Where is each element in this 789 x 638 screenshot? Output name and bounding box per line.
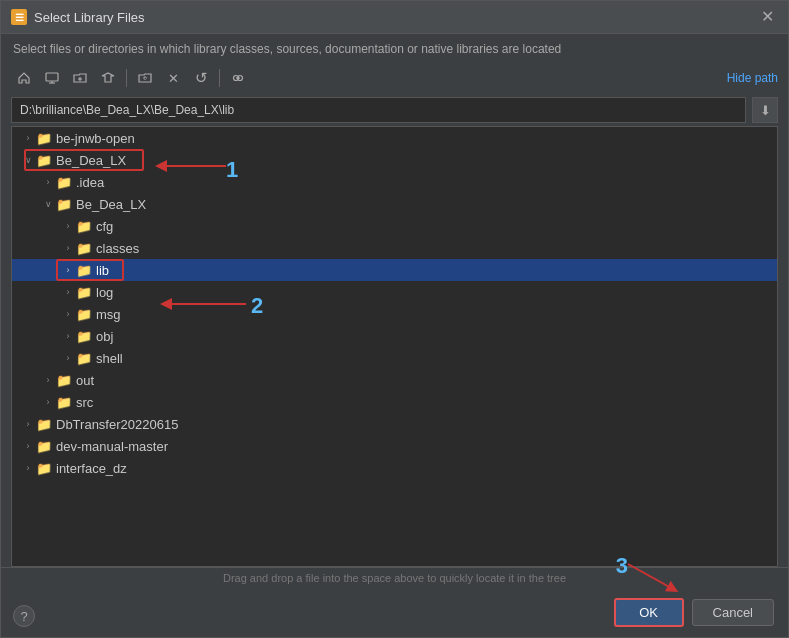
toolbar-divider — [126, 69, 127, 87]
title-bar: ☰ Select Library Files ✕ — [1, 1, 788, 34]
link-button[interactable] — [225, 66, 251, 90]
tree-toggle-idea[interactable]: › — [40, 177, 56, 187]
new-folder-button[interactable] — [67, 66, 93, 90]
tree-toggle-be-jnwb-open[interactable]: › — [20, 133, 36, 143]
hide-path-button[interactable]: Hide path — [727, 71, 778, 85]
tree-item-dbtransfer[interactable]: › 📁 DbTransfer20220615 — [12, 413, 777, 435]
folder-icon-interface-dz: 📁 — [36, 461, 52, 476]
tree-label-log: log — [96, 285, 113, 300]
dialog-description: Select files or directories in which lib… — [1, 34, 788, 62]
tree-toggle-be-dea-lx-inner[interactable]: ∨ — [40, 199, 56, 209]
tree-label-dev-manual: dev-manual-master — [56, 439, 168, 454]
tree-label-obj: obj — [96, 329, 113, 344]
close-button[interactable]: ✕ — [757, 7, 778, 27]
tree-label-interface-dz: interface_dz — [56, 461, 127, 476]
folder2-button[interactable] — [132, 66, 158, 90]
folder-icon-be-dea-lx-inner: 📁 — [56, 197, 72, 212]
folder-icon-log: 📁 — [76, 285, 92, 300]
folder-icon-idea: 📁 — [56, 175, 72, 190]
ok-button[interactable]: OK — [614, 598, 684, 627]
tree-item-src[interactable]: › 📁 src — [12, 391, 777, 413]
tree-toggle-src[interactable]: › — [40, 397, 56, 407]
desktop-button[interactable] — [39, 66, 65, 90]
help-button[interactable]: ? — [13, 605, 35, 627]
tree-toggle-obj[interactable]: › — [60, 331, 76, 341]
tree-label-shell: shell — [96, 351, 123, 366]
tree-item-obj[interactable]: › 📁 obj — [12, 325, 777, 347]
folder-icon-out: 📁 — [56, 373, 72, 388]
tree-label-msg: msg — [96, 307, 121, 322]
tree-toggle-interface-dz[interactable]: › — [20, 463, 36, 473]
folder-icon-dev-manual: 📁 — [36, 439, 52, 454]
tree-item-lib[interactable]: › 📁 lib — [12, 259, 777, 281]
tree-label-out: out — [76, 373, 94, 388]
cancel-button[interactable]: Cancel — [692, 599, 774, 626]
folder-icon-shell: 📁 — [76, 351, 92, 366]
tree-label-dbtransfer: DbTransfer20220615 — [56, 417, 178, 432]
title-bar-left: ☰ Select Library Files — [11, 9, 145, 25]
tree-label-lib: lib — [96, 263, 109, 278]
path-bar: ⬇ — [1, 94, 788, 126]
tree-item-msg[interactable]: › 📁 msg — [12, 303, 777, 325]
tree-item-idea[interactable]: › 📁 .idea — [12, 171, 777, 193]
folder-icon: 📁 — [36, 131, 52, 146]
tree-label-src: src — [76, 395, 93, 410]
tree-toggle-shell[interactable]: › — [60, 353, 76, 363]
tree-label-classes: classes — [96, 241, 139, 256]
folder-icon-msg: 📁 — [76, 307, 92, 322]
tree-item-be-dea-lx-inner[interactable]: ∨ 📁 Be_Dea_LX — [12, 193, 777, 215]
tree-toggle-out[interactable]: › — [40, 375, 56, 385]
tree-item-shell[interactable]: › 📁 shell — [12, 347, 777, 369]
tree-item-classes[interactable]: › 📁 classes — [12, 237, 777, 259]
tree-item-out[interactable]: › 📁 out — [12, 369, 777, 391]
delete-button[interactable]: ✕ — [160, 66, 186, 90]
tree-item-be-dea-lx[interactable]: ∨ 📁 Be_Dea_LX — [12, 149, 777, 171]
folder-icon-cfg: 📁 — [76, 219, 92, 234]
move-up-button[interactable] — [95, 66, 121, 90]
file-tree[interactable]: › 📁 be-jnwb-open ∨ 📁 Be_Dea_LX › 📁 .idea… — [11, 126, 778, 567]
tree-item-interface-dz[interactable]: › 📁 interface_dz — [12, 457, 777, 479]
tree-item-cfg[interactable]: › 📁 cfg — [12, 215, 777, 237]
tree-item-be-jnwb-open[interactable]: › 📁 be-jnwb-open — [12, 127, 777, 149]
toolbar-divider2 — [219, 69, 220, 87]
toolbar-buttons: ✕ ↺ — [11, 66, 251, 90]
folder-icon-lib: 📁 — [76, 263, 92, 278]
tree-item-log[interactable]: › 📁 log — [12, 281, 777, 303]
tree-label-be-dea-lx: Be_Dea_LX — [56, 153, 126, 168]
tree-toggle-classes[interactable]: › — [60, 243, 76, 253]
tree-toggle-log[interactable]: › — [60, 287, 76, 297]
select-library-files-dialog: ☰ Select Library Files ✕ Select files or… — [0, 0, 789, 638]
folder-icon-be-dea-lx: 📁 — [36, 153, 52, 168]
drag-hint: Drag and drop a file into the space abov… — [1, 567, 788, 588]
refresh-button[interactable]: ↺ — [188, 66, 214, 90]
folder-icon-dbtransfer: 📁 — [36, 417, 52, 432]
tree-label-cfg: cfg — [96, 219, 113, 234]
tree-label-be-dea-lx-inner: Be_Dea_LX — [76, 197, 146, 212]
tree-toggle-msg[interactable]: › — [60, 309, 76, 319]
dialog-icon: ☰ — [11, 9, 27, 25]
folder-icon-classes: 📁 — [76, 241, 92, 256]
tree-toggle-cfg[interactable]: › — [60, 221, 76, 231]
tree-label-idea: .idea — [76, 175, 104, 190]
toolbar: ✕ ↺ Hide path — [1, 62, 788, 94]
path-expand-button[interactable]: ⬇ — [752, 97, 778, 123]
path-input[interactable] — [11, 97, 746, 123]
dialog-title: Select Library Files — [34, 10, 145, 25]
svg-rect-0 — [46, 73, 58, 81]
home-button[interactable] — [11, 66, 37, 90]
tree-item-dev-manual[interactable]: › 📁 dev-manual-master — [12, 435, 777, 457]
tree-toggle-lib[interactable]: › — [60, 265, 76, 275]
tree-toggle-be-dea-lx[interactable]: ∨ — [20, 155, 36, 165]
footer: Drag and drop a file into the space abov… — [1, 567, 788, 637]
tree-label-be-jnwb-open: be-jnwb-open — [56, 131, 135, 146]
button-row: OK Cancel — [1, 592, 788, 637]
tree-toggle-dev-manual[interactable]: › — [20, 441, 36, 451]
folder-icon-obj: 📁 — [76, 329, 92, 344]
folder-icon-src: 📁 — [56, 395, 72, 410]
tree-toggle-dbtransfer[interactable]: › — [20, 419, 36, 429]
